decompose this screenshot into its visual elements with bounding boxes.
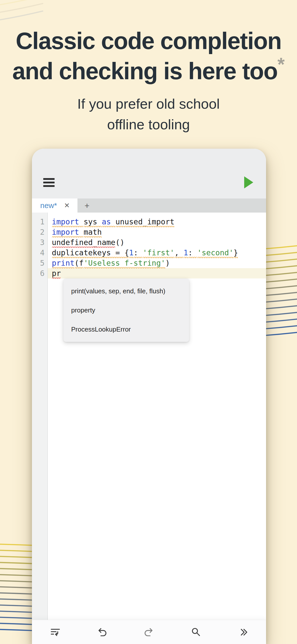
code-token-warn-underlined: unused_import [115, 217, 175, 226]
line-number: 4 [32, 248, 47, 258]
close-tab-icon[interactable]: ✕ [64, 202, 70, 209]
code-line-4[interactable]: duplicatekeys = {1: 'first', 1: 'second'… [48, 248, 266, 258]
code-token-warn-underlined: } [233, 248, 238, 257]
code-token-warn-underlined: import [52, 217, 83, 226]
page-title-line2: and checking is here too* [0, 56, 297, 88]
code-token-warn-underlined: : [134, 248, 143, 257]
code-area[interactable]: import sys as unused_importimport mathun… [48, 213, 266, 620]
undo-icon [96, 626, 108, 638]
code-line-5[interactable]: print(f'Useless f-string') [48, 258, 266, 268]
more-actions-button[interactable] [236, 626, 249, 639]
line-number-gutter: 123456 [32, 213, 48, 620]
double-chevron-right-icon [237, 626, 248, 638]
tab-new-file[interactable]: new* ✕ [32, 198, 77, 213]
code-token-warn-underlined: as [102, 217, 115, 226]
code-line-2[interactable]: import math [48, 227, 266, 237]
completion-item-2[interactable]: ProcessLookupError [63, 326, 189, 333]
search-icon [190, 626, 202, 638]
code-token: ) [165, 259, 170, 267]
code-token-warn-underlined: 'Useless f-string' [83, 259, 165, 267]
undo-button[interactable] [96, 626, 109, 639]
code-token-warn-underlined: 'second' [197, 248, 234, 257]
menu-button[interactable] [43, 178, 55, 187]
footnote-asterisk: * [277, 49, 285, 79]
run-button[interactable] [244, 176, 253, 188]
page-subtitle: If you prefer old school offline tooling [0, 94, 297, 135]
wrap-text-icon [50, 626, 61, 638]
line-number: 5 [32, 258, 47, 268]
code-token-warn-underlined: 'first' [143, 248, 174, 257]
code-token-err-underlined: undefined_name [52, 238, 115, 247]
play-icon [244, 176, 253, 188]
code-token: () [115, 238, 124, 247]
code-token-warn-underlined: math [83, 228, 102, 236]
new-tab-button[interactable]: + [77, 198, 90, 213]
code-line-3[interactable]: undefined_name() [48, 237, 266, 248]
tab-bar: new* ✕ + [32, 198, 266, 213]
code-token-warn-underlined: sys [83, 217, 102, 226]
tab-label: new* [40, 201, 57, 210]
page-title-line1: Classic code completion [0, 26, 297, 56]
code-token-warn-underlined: : [188, 248, 197, 257]
code-token-warn-underlined: , [175, 248, 184, 257]
editor-bottom-toolbar [32, 620, 266, 644]
completion-item-1[interactable]: property [63, 306, 189, 314]
code-editor[interactable]: 123456 import sys as unused_importimport… [32, 213, 266, 620]
completion-item-0[interactable]: print(values, sep, end, file, flush) [63, 287, 189, 295]
plus-icon: + [84, 201, 90, 211]
redo-icon [143, 626, 155, 638]
editor-top-bar [32, 149, 266, 198]
code-token-warn-underlined: import [52, 228, 83, 236]
code-token-warn-underlined: 1 [129, 248, 134, 257]
phone-mockup: new* ✕ + 123456 import sys as unused_imp… [32, 149, 266, 644]
hamburger-menu-icon [43, 178, 55, 187]
line-number: 6 [32, 268, 47, 278]
code-token-warn-underlined: duplicatekeys = { [52, 248, 129, 257]
completion-popup: print(values, sep, end, file, flush)prop… [63, 278, 189, 342]
code-line-1[interactable]: import sys as unused_import [48, 217, 266, 227]
search-button[interactable] [189, 626, 202, 639]
code-line-6[interactable]: pr [48, 268, 266, 278]
line-number: 3 [32, 237, 47, 248]
wrap-text-button[interactable] [49, 626, 62, 639]
redo-button[interactable] [142, 626, 155, 639]
code-token-warn-underlined: 1 [184, 248, 188, 257]
code-token-warn-underlined: print [52, 259, 74, 267]
line-number: 2 [32, 227, 47, 237]
code-token-err-underlined: pr [52, 269, 61, 278]
code-token-warn-underlined: (f [74, 259, 83, 267]
line-number: 1 [32, 217, 47, 227]
page-title: Classic code completion and checking is … [0, 26, 297, 88]
